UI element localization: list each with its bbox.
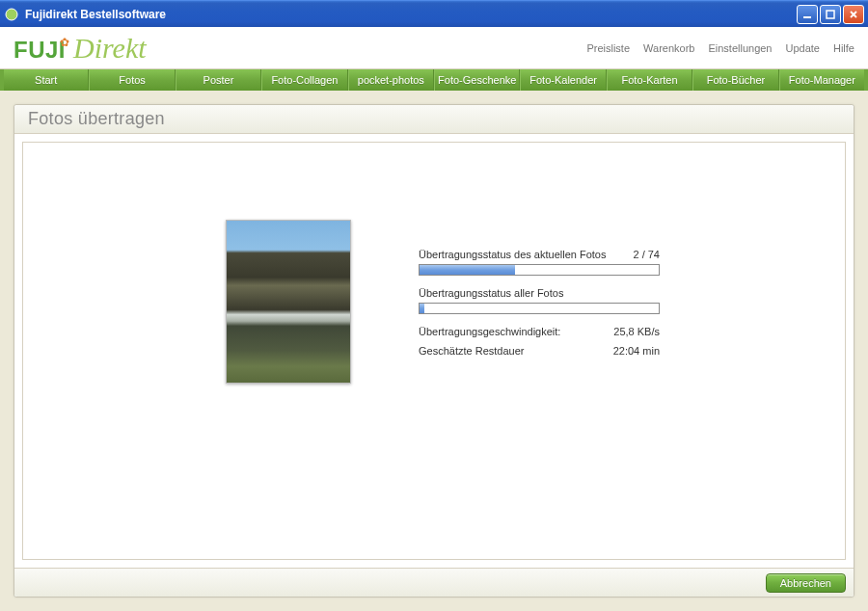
butterfly-icon: ✿ — [60, 36, 69, 49]
current-status-label: Übertragungsstatus des aktuellen Fotos — [419, 249, 606, 260]
panel-title-bar: Fotos übertragen — [14, 105, 854, 134]
panel-title: Fotos übertragen — [28, 109, 165, 129]
current-progress-fill — [420, 265, 515, 275]
logo-text-1: FUJI — [14, 37, 66, 64]
close-button[interactable] — [843, 5, 864, 24]
panel-body: Übertragungsstatus des aktuellen Fotos 2… — [22, 142, 846, 560]
nav-manager[interactable]: Foto-Manager — [779, 69, 864, 91]
minimize-button[interactable] — [797, 5, 818, 24]
link-hilfe[interactable]: Hilfe — [833, 42, 854, 54]
app-icon — [4, 7, 19, 22]
nav-geschenke[interactable]: Foto-Geschenke — [434, 69, 520, 91]
all-progress-bar — [419, 303, 660, 314]
all-progress-fill — [420, 304, 424, 313]
maximize-button[interactable] — [820, 5, 841, 24]
content-area: Fotos übertragen Übertragungsstatus des … — [0, 91, 868, 611]
transfer-panel: Fotos übertragen Übertragungsstatus des … — [14, 104, 854, 598]
nav-buecher[interactable]: Foto-Bücher — [692, 69, 778, 91]
main-nav: Start Fotos Poster Foto-Collagen pocket-… — [0, 69, 868, 91]
speed-value: 25,8 KB/s — [613, 326, 660, 337]
svg-rect-2 — [827, 11, 834, 18]
nav-poster[interactable]: Poster — [176, 69, 261, 91]
panel-bottom-bar: Abbrechen — [14, 568, 854, 597]
nav-kalender[interactable]: Foto-Kalender — [520, 69, 606, 91]
link-warenkorb[interactable]: Warenkorb — [643, 42, 694, 54]
nav-karten[interactable]: Foto-Karten — [607, 69, 692, 91]
logo: FUJI ✿ Direkt — [14, 32, 147, 65]
header-links: Preisliste Warenkorb Einstellungen Updat… — [586, 42, 854, 54]
current-progress-bar — [419, 264, 660, 276]
link-einstellungen[interactable]: Einstellungen — [708, 42, 772, 54]
window-titlebar: Fujidirekt Bestellsoftware — [0, 0, 868, 27]
logo-text-2: Direkt — [73, 32, 147, 65]
eta-label: Geschätzte Restdauer — [419, 345, 524, 357]
app-header: FUJI ✿ Direkt Preisliste Warenkorb Einst… — [0, 27, 868, 69]
speed-label: Übertragungsgeschwindigkeit: — [419, 326, 560, 337]
link-update[interactable]: Update — [786, 42, 820, 54]
transfer-status: Übertragungsstatus des aktuellen Fotos 2… — [419, 220, 660, 559]
nav-pocket[interactable]: pocket-photos — [348, 69, 434, 91]
nav-start[interactable]: Start — [4, 69, 89, 91]
current-status-counter: 2 / 74 — [633, 249, 660, 260]
link-preisliste[interactable]: Preisliste — [586, 42, 630, 54]
all-status-label: Übertragungsstatus aller Fotos — [419, 287, 563, 299]
nav-fotos[interactable]: Fotos — [89, 69, 175, 91]
nav-collagen[interactable]: Foto-Collagen — [261, 69, 347, 91]
eta-value: 22:04 min — [613, 345, 660, 357]
cancel-button[interactable]: Abbrechen — [766, 573, 846, 593]
svg-point-0 — [6, 9, 17, 20]
svg-rect-1 — [803, 16, 811, 18]
photo-thumbnail — [226, 220, 351, 384]
window-title: Fujidirekt Bestellsoftware — [25, 8, 797, 21]
